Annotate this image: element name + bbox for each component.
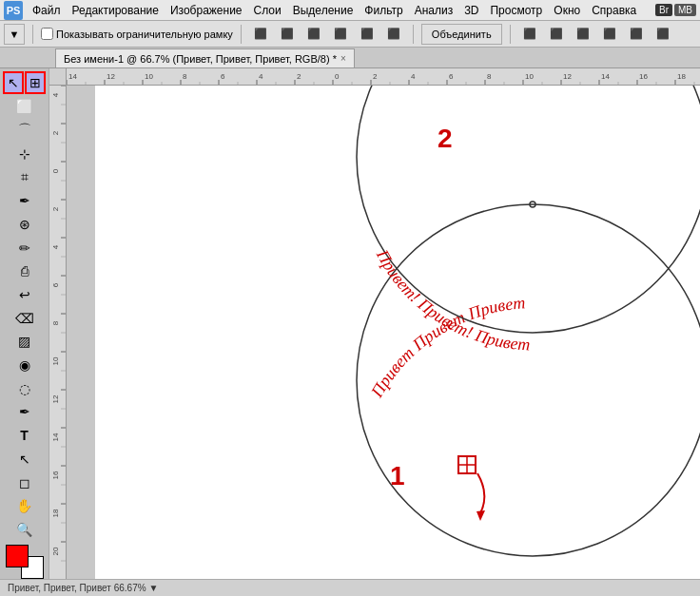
- distribute-btn6[interactable]: ⬛: [651, 24, 674, 45]
- align-right-btn[interactable]: ⬛: [302, 24, 325, 45]
- menu-image[interactable]: Изображение: [165, 4, 248, 17]
- show-bounding-box-label: Показывать ограничительную рамку: [41, 28, 233, 40]
- eyedropper-tool-btn[interactable]: ✒: [3, 190, 47, 212]
- lasso-tool-btn[interactable]: ⌒: [3, 120, 47, 142]
- tools-panel: ↖ ⊞ ⬜ ⌒ ⊹ ⌗ ✒ ⊛ ✏ ⎙ ↩ ⌫ ▨ ◉ ◌ ✒ T ↖ ◻ ✋ …: [0, 68, 49, 579]
- menu-layers[interactable]: Слои: [248, 4, 287, 17]
- svg-text:4: 4: [259, 72, 263, 81]
- svg-text:8: 8: [487, 72, 492, 81]
- horizontal-ruler: // inline generation not possible in SVG…: [67, 68, 700, 86]
- brush-tool-btn[interactable]: ✏: [3, 237, 47, 259]
- ruler-corner: [49, 68, 67, 86]
- canvas-scroll-area: 4 2 0 2 4 6 8 10 12 14 16 18 20 22: [49, 86, 700, 579]
- svg-text:6: 6: [51, 282, 60, 287]
- canvas-content: 1 Привет Привет: [67, 86, 700, 579]
- distribute-btn5[interactable]: ⬛: [625, 24, 648, 45]
- ps-logo: PS: [4, 1, 23, 20]
- align-bottom-btn[interactable]: ⬛: [382, 24, 405, 45]
- healing-tool-btn[interactable]: ⊛: [3, 214, 47, 236]
- align-top-btn[interactable]: ⬛: [329, 24, 352, 45]
- main-area: ↖ ⊞ ⬜ ⌒ ⊹ ⌗ ✒ ⊛ ✏ ⎙ ↩ ⌫ ▨ ◉ ◌ ✒ T ↖ ◻ ✋ …: [0, 68, 700, 579]
- svg-text:4: 4: [51, 244, 60, 249]
- stamp-tool-btn[interactable]: ⎙: [3, 260, 47, 282]
- tool-preset-arrow[interactable]: ▼: [4, 24, 25, 45]
- svg-text:0: 0: [335, 72, 340, 81]
- document-tab-title: Без имени-1 @ 66.7% (Привет, Привет, При…: [64, 53, 337, 65]
- label-2: 2: [438, 124, 453, 153]
- blur-tool-btn[interactable]: ◉: [3, 355, 47, 376]
- menu-edit[interactable]: Редактирование: [67, 4, 165, 17]
- menu-file[interactable]: Файл: [27, 4, 67, 17]
- svg-text:2: 2: [51, 206, 60, 211]
- artwork-canvas: 1 Привет Привет: [67, 86, 700, 579]
- distribute-btn4[interactable]: ⬛: [598, 24, 621, 45]
- svg-text:16: 16: [51, 471, 60, 479]
- dodge-tool-btn[interactable]: ◌: [3, 377, 47, 399]
- shape-tool-btn[interactable]: ◻: [3, 471, 47, 493]
- menu-view[interactable]: Просмотр: [484, 4, 548, 17]
- crop-tool-btn[interactable]: ⌗: [3, 166, 47, 188]
- menu-bar: PS Файл Редактирование Изображение Слои …: [0, 0, 700, 21]
- options-bar: ▼ Показывать ограничительную рамку ⬛ ⬛ ⬛…: [0, 21, 700, 48]
- pen-tool-btn[interactable]: ✒: [3, 401, 47, 423]
- svg-text:8: 8: [183, 72, 187, 81]
- zoom-tool-btn[interactable]: 🔍: [3, 519, 47, 541]
- quick-select-tool-btn[interactable]: ⊹: [3, 143, 47, 164]
- vertical-ruler: 4 2 0 2 4 6 8 10 12 14 16 18 20 22: [49, 86, 67, 579]
- svg-text:10: 10: [51, 356, 60, 365]
- distribute-btn2[interactable]: ⬛: [545, 24, 568, 45]
- distribute-btn3[interactable]: ⬛: [572, 24, 594, 45]
- svg-text:18: 18: [51, 509, 60, 517]
- svg-text:12: 12: [51, 394, 60, 403]
- move-tool-btn[interactable]: ↖: [3, 71, 24, 94]
- svg-text:2: 2: [51, 130, 60, 135]
- menu-filter[interactable]: Фильтр: [359, 4, 408, 17]
- align-middle-btn[interactable]: ⬛: [356, 24, 379, 45]
- svg-text:18: 18: [677, 72, 686, 81]
- svg-text:6: 6: [221, 72, 225, 81]
- label-1: 1: [390, 461, 405, 490]
- distribute-btn1[interactable]: ⬛: [518, 24, 541, 45]
- menu-select[interactable]: Выделение: [287, 4, 360, 17]
- show-bounding-box-checkbox[interactable]: [41, 28, 53, 40]
- br-badge: Br: [655, 4, 672, 16]
- mb-badge: MB: [674, 4, 696, 16]
- svg-text:14: 14: [51, 433, 60, 441]
- menu-analyze[interactable]: Анализ: [409, 4, 459, 17]
- type-tool-btn[interactable]: T: [3, 425, 47, 447]
- svg-text:4: 4: [411, 72, 416, 81]
- artboard-tool-btn[interactable]: ⊞: [25, 71, 46, 94]
- svg-text:12: 12: [107, 72, 115, 81]
- align-left-btn[interactable]: ⬛: [249, 24, 272, 45]
- hand-tool-btn[interactable]: ✋: [3, 495, 47, 517]
- svg-text:2: 2: [297, 72, 301, 81]
- merge-button[interactable]: Объединить: [421, 24, 502, 45]
- svg-text:10: 10: [145, 72, 153, 81]
- menu-3d[interactable]: 3D: [458, 4, 484, 17]
- marquee-tool-btn[interactable]: ⬜: [3, 96, 47, 118]
- ruler-v-svg: 4 2 0 2 4 6 8 10 12 14 16 18 20 22: [49, 86, 67, 579]
- svg-text:6: 6: [449, 72, 454, 81]
- align-center-btn[interactable]: ⬛: [276, 24, 299, 45]
- svg-text:2: 2: [373, 72, 378, 81]
- svg-text:20: 20: [51, 547, 60, 555]
- gradient-tool-btn[interactable]: ▨: [3, 331, 47, 353]
- document-tab-1[interactable]: Без имени-1 @ 66.7% (Привет, Привет, При…: [55, 48, 355, 67]
- menu-window[interactable]: Окно: [548, 4, 586, 17]
- document-tabs: Без имени-1 @ 66.7% (Привет, Привет, При…: [0, 48, 700, 68]
- ruler-row: // inline generation not possible in SVG…: [49, 68, 700, 86]
- eraser-tool-btn[interactable]: ⌫: [3, 307, 47, 329]
- path-selection-btn[interactable]: ↖: [3, 449, 47, 471]
- svg-text:14: 14: [601, 72, 610, 81]
- color-swatches: [6, 545, 44, 579]
- status-bar: Привет, Привет, Привет 66.67% ▼: [0, 579, 700, 596]
- status-text: Привет, Привет, Привет 66.67% ▼: [8, 583, 158, 593]
- svg-text:8: 8: [51, 320, 60, 325]
- menu-help[interactable]: Справка: [586, 4, 642, 17]
- history-brush-btn[interactable]: ↩: [3, 284, 47, 306]
- canvas-area: // inline generation not possible in SVG…: [49, 68, 700, 579]
- foreground-color-swatch[interactable]: [6, 545, 29, 567]
- svg-text:12: 12: [563, 72, 572, 81]
- document-tab-close[interactable]: ×: [340, 53, 346, 64]
- svg-text:10: 10: [525, 72, 534, 81]
